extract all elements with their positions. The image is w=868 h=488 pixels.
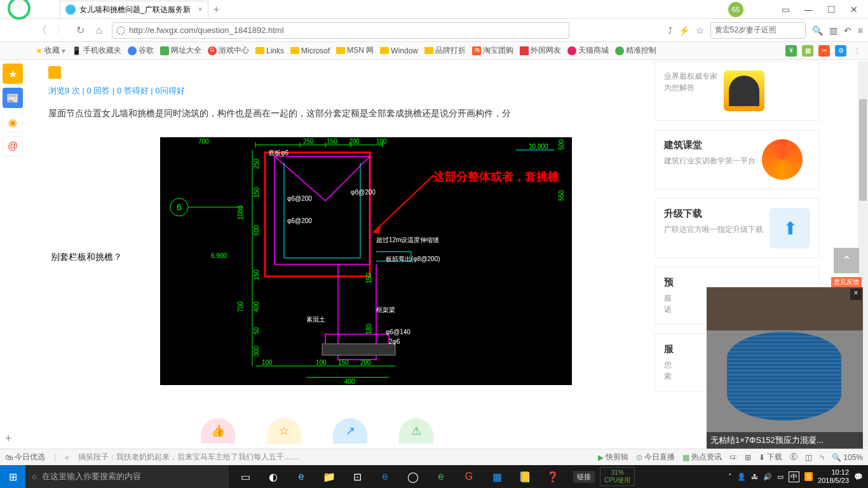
- bookmark-item[interactable]: G游戏中心: [208, 45, 249, 56]
- taskbar-app[interactable]: G: [456, 465, 482, 488]
- taskbar-360[interactable]: e: [428, 465, 454, 488]
- tray-network-icon[interactable]: 🖧: [751, 473, 758, 480]
- ext-icon[interactable]: ⚙: [835, 45, 846, 57]
- zoom-level[interactable]: 🔍 105%: [832, 453, 863, 462]
- undo-icon[interactable]: ↶: [844, 25, 851, 36]
- taskbar-app[interactable]: ◯: [400, 465, 426, 488]
- menu-icon[interactable]: ≡: [858, 25, 863, 36]
- home-button[interactable]: ⌂: [93, 25, 105, 36]
- svg-text:700: 700: [198, 138, 209, 145]
- new-tab-button[interactable]: +: [214, 4, 219, 15]
- pin-at[interactable]: @: [3, 136, 23, 156]
- skin-icon[interactable]: ▭: [779, 4, 792, 15]
- bookmark-item[interactable]: 网址大全: [160, 45, 201, 56]
- taskbar-clock[interactable]: 10:122018/5/23: [818, 468, 849, 485]
- ext-icon[interactable]: ✂: [818, 45, 830, 57]
- site-icon: [116, 26, 125, 35]
- svg-text:超过12m设温度伸缩缝: 超过12m设温度伸缩缝: [376, 236, 439, 243]
- favorites-button[interactable]: ★收藏 ▾: [36, 45, 65, 56]
- cpu-meter[interactable]: 31%CPU使用: [600, 467, 635, 486]
- feedback-tag[interactable]: 意见反馈: [831, 277, 862, 287]
- tray-people-icon[interactable]: 👤: [737, 473, 746, 481]
- taskbar-links[interactable]: 链接: [573, 471, 595, 483]
- status-extra-2[interactable]: ⊞: [745, 453, 751, 462]
- tab-close-icon[interactable]: ×: [198, 5, 203, 14]
- ext-icon[interactable]: ▦: [802, 45, 813, 57]
- pin-weibo[interactable]: ◉: [3, 112, 23, 132]
- taskbar-ie[interactable]: e: [372, 465, 398, 488]
- bookmark-item[interactable]: Links: [255, 46, 284, 55]
- downloads[interactable]: ⬇下载: [759, 452, 782, 463]
- taskbar-app[interactable]: ◐: [261, 465, 286, 488]
- like-button[interactable]: 👍: [201, 418, 235, 444]
- reload-button[interactable]: ↻: [74, 24, 86, 36]
- start-button[interactable]: ⊞: [0, 465, 25, 488]
- status-extra-3[interactable]: Ⓔ: [790, 452, 797, 463]
- taskbar-explorer[interactable]: 📁: [316, 465, 342, 488]
- hot-news[interactable]: ▦热点资讯: [682, 452, 722, 463]
- tray-sogou-icon[interactable]: S: [804, 472, 813, 481]
- share-icon[interactable]: ⤴: [668, 25, 672, 36]
- tray-ime-icon[interactable]: 中: [789, 471, 799, 482]
- mute-icon[interactable]: ꕪ: [820, 453, 824, 462]
- score-badge[interactable]: 65: [728, 2, 743, 17]
- status-extra-1[interactable]: ⮓: [729, 453, 737, 462]
- split-view-icon[interactable]: ◫: [805, 453, 812, 462]
- video-thumbnail[interactable]: ×: [707, 287, 863, 432]
- svg-text:180: 180: [365, 323, 372, 334]
- report-button[interactable]: ⚠: [399, 418, 433, 444]
- tray-volume-icon[interactable]: 🔊: [763, 473, 772, 481]
- search-icon[interactable]: 🔍: [812, 25, 823, 36]
- tray-chevron-icon[interactable]: ˄: [728, 473, 732, 481]
- bookmark-item[interactable]: 📱手机收藏夹: [72, 45, 121, 56]
- cortana-search[interactable]: ○ 在这里输入你要搜索的内容: [25, 465, 229, 488]
- quick-edit[interactable]: ▶快剪辑: [598, 452, 628, 463]
- bookmark-item[interactable]: 天猫商城: [567, 45, 609, 56]
- bookmark-item[interactable]: 淘淘宝团购: [472, 45, 513, 56]
- bookmark-item[interactable]: 精准控制: [615, 45, 656, 56]
- tray-battery-icon[interactable]: ▭: [777, 473, 783, 481]
- svg-text:10.000: 10.000: [529, 143, 548, 150]
- maximize-button[interactable]: ☐: [825, 4, 837, 15]
- ext-icon[interactable]: ¥: [785, 45, 797, 57]
- notifications-icon[interactable]: 💬: [854, 473, 863, 481]
- add-sidebar-button[interactable]: +: [5, 432, 12, 445]
- pin-favorites[interactable]: ★: [3, 64, 23, 84]
- pin-news[interactable]: 📰: [3, 88, 23, 108]
- taskbar-app[interactable]: 📒: [512, 465, 538, 488]
- bookmark-item[interactable]: MSN 网: [336, 45, 374, 56]
- url-input[interactable]: http://e.fwxgx.com/question_1841892.html: [112, 22, 569, 39]
- ext-more-icon[interactable]: ⋮: [851, 45, 863, 57]
- bookmark-item[interactable]: 谷歌: [128, 45, 154, 56]
- question-stats: 浏览9 次 | 0 回答 | 0 答得好 | 0问得好: [48, 85, 639, 97]
- bookmark-item[interactable]: Window: [380, 46, 418, 55]
- live-today[interactable]: ⊙今日直播: [636, 452, 675, 463]
- forward-button[interactable]: 〉: [55, 24, 67, 37]
- sidebar-card-class[interactable]: 建筑课堂建筑行业实训教学第一平台: [654, 130, 820, 189]
- sidebar-card-download[interactable]: 升级下载广联达官方唯一指定升级下载 ⬆: [654, 198, 820, 258]
- svg-text:6: 6: [177, 202, 182, 212]
- taskbar-app[interactable]: ⊡: [344, 465, 370, 488]
- taskbar-app[interactable]: ▦: [484, 465, 510, 488]
- taskbar-app[interactable]: ❓: [540, 465, 566, 488]
- sidebar-card-expert[interactable]: 业界最权威专家 为您解答: [654, 61, 820, 121]
- back-button[interactable]: 〈: [36, 24, 48, 37]
- speed-icon[interactable]: ⚡: [679, 25, 689, 36]
- bookmark-item[interactable]: Microsof: [290, 46, 330, 55]
- taskbar-edge[interactable]: e: [288, 465, 314, 488]
- close-button[interactable]: ✕: [848, 4, 860, 15]
- extensions-icon[interactable]: ▥: [829, 25, 837, 36]
- minimize-button[interactable]: —: [802, 4, 815, 15]
- omni-search[interactable]: 黄宏52岁妻子近照: [710, 22, 806, 39]
- today-picks[interactable]: 🛍 今日优选: [5, 452, 45, 463]
- browser-tab[interactable]: 女儿墙和挑檐问题_广联达服务新 ×: [60, 1, 208, 18]
- favorite-button[interactable]: ☆: [267, 418, 301, 444]
- bookmark-item[interactable]: 外国网友: [520, 45, 561, 56]
- scroll-to-top-button[interactable]: ⌃: [834, 248, 859, 273]
- news-ticker[interactable]: 搞笑段子：我扶老奶奶起来，后来宝马车主给了我们每人五千……: [78, 452, 299, 463]
- bookmark-icon[interactable]: ☆: [696, 25, 704, 36]
- bookmark-item[interactable]: 品牌打折: [424, 45, 466, 56]
- video-close-icon[interactable]: ×: [850, 288, 862, 300]
- share-button[interactable]: ↗: [333, 418, 367, 444]
- task-view-icon[interactable]: ▭: [233, 465, 258, 488]
